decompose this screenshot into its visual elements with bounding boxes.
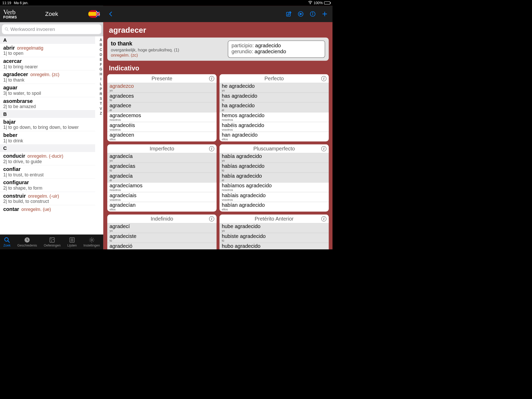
search-field[interactable] [2, 24, 102, 34]
tense-info-icon[interactable]: i [209, 146, 214, 151]
index-letter[interactable]: B [99, 43, 102, 47]
status-bar: 11:19 Ma 6 jan. 100% [0, 0, 332, 6]
index-letter[interactable]: G [99, 67, 102, 71]
conjugation: hubo agradecido [222, 243, 326, 249]
alpha-index[interactable]: ABCDEFGHILPRSTVZ [99, 38, 102, 115]
pronoun: ellos [109, 208, 214, 211]
tab-label: Instellingen [83, 243, 100, 247]
pronoun: yo [109, 89, 214, 92]
tense-box: Imperfectoiagradecíayoagradecíastúagrade… [107, 144, 217, 212]
pronoun: vosotros [109, 128, 214, 131]
sidebar-header: Verb FORMS Zoek [0, 6, 103, 22]
tense-title: Imperfecto [150, 146, 174, 152]
svg-rect-15 [287, 12, 290, 16]
tense-title: Pluscuamperfecto [253, 146, 295, 152]
speaker-icon[interactable] [297, 11, 304, 17]
bottom-tabs: ZoekGeschiedenisOefeningenLijstenInstell… [0, 235, 103, 250]
info-icon[interactable] [309, 11, 316, 17]
index-letter[interactable]: P [100, 87, 102, 91]
pronoun: él [222, 249, 326, 249]
section-header: A [0, 36, 95, 44]
verb-list-item[interactable]: asombrarse2| to be amazed [0, 97, 95, 110]
tense-title: Indefinido [150, 216, 173, 222]
index-letter[interactable]: A [99, 38, 102, 42]
index-letter[interactable]: T [100, 102, 102, 106]
verb-tag: onregelm. (zc) [29, 72, 59, 77]
verb-list-item[interactable]: construir onregelm. (-uir)2| to build, t… [0, 192, 95, 205]
conjugation-row: habías agradecidotú [219, 163, 329, 172]
verb-subtitle: 2| to build, to construct [3, 199, 92, 204]
tab-geschiedenis[interactable]: Geschiedenis [17, 237, 37, 247]
verb-list-item[interactable]: conducir onregelm. (-ducir)2| to drive, … [0, 152, 95, 165]
pronoun: nosotros [222, 189, 326, 191]
verb-list[interactable]: Aabrir onregelmatig1| to openacercar1| t… [0, 36, 103, 235]
conjugation: he agradecido [222, 83, 326, 89]
verb-name: agradecer onregelm. (zc) [3, 71, 92, 77]
pronoun: él [222, 109, 326, 111]
index-letter[interactable]: R [99, 92, 102, 96]
index-letter[interactable]: L [100, 82, 102, 86]
conjugation: ha agradecido [222, 103, 326, 109]
verb-list-item[interactable]: confiar1| to trust, to entrust [0, 165, 95, 178]
verb-list-item[interactable]: acercar1| to bring nearer [0, 57, 95, 70]
pronoun: él [109, 249, 214, 249]
verb-tag: onregelm. (-uir) [27, 194, 59, 198]
back-button[interactable] [108, 11, 114, 17]
conjugation-row: he agradecidoyo [219, 83, 329, 92]
conjugation: agradece [109, 103, 214, 109]
compose-icon[interactable] [285, 11, 292, 17]
verb-name: asombrarse [3, 98, 92, 104]
tense-info-icon[interactable]: i [321, 146, 326, 151]
conjugation: agradecí [109, 224, 214, 229]
tense-info-icon[interactable]: i [209, 76, 214, 81]
verb-name: construir onregelm. (-uir) [3, 193, 92, 199]
verb-name: conducir onregelm. (-ducir) [3, 153, 92, 159]
tense-info-icon[interactable]: i [321, 216, 326, 221]
index-letter[interactable]: S [100, 97, 102, 101]
tense-header: Indefinidoi [107, 215, 217, 223]
verb-subtitle: 2| to be amazed [3, 104, 92, 109]
tense-info-icon[interactable]: i [209, 216, 214, 221]
conjugation-row: agradecistetú [107, 233, 217, 243]
verb-list-item[interactable]: agradecer onregelm. (zc)1| to thank [0, 70, 95, 84]
index-letter[interactable]: I [100, 77, 101, 81]
search-input[interactable] [10, 26, 99, 32]
pronoun: ellos [109, 138, 214, 141]
index-letter[interactable]: C [99, 48, 102, 52]
tab-oefeningen[interactable]: Oefeningen [44, 237, 61, 247]
tab-instellingen[interactable]: Instellingen [83, 237, 100, 247]
pronoun: yo [222, 229, 326, 232]
language-flag[interactable] [88, 10, 100, 18]
pronoun: yo [222, 89, 326, 92]
conjugation-row: hube agradecidoyo [219, 223, 329, 233]
verb-subtitle: 1| to drink [3, 138, 92, 143]
verb-list-item[interactable]: abrir onregelmatig1| to open [0, 44, 95, 57]
conjugation-row: agradeceél [107, 102, 217, 112]
verb-list-item[interactable]: contar onregelm. (ue) [0, 205, 95, 213]
conjugation: has agradecido [222, 93, 326, 99]
index-letter[interactable]: E [100, 58, 102, 62]
tab-label: Lijsten [67, 243, 77, 247]
verb-list-item[interactable]: configurar2| to shape, to form [0, 179, 95, 192]
index-letter[interactable]: V [100, 107, 102, 110]
svg-point-19 [312, 13, 313, 13]
detail-panel: agradecer to thank overgankelijk, hoge g… [103, 6, 333, 250]
tense-info-icon[interactable]: i [321, 76, 326, 81]
tab-lijsten[interactable]: Lijsten [67, 237, 77, 247]
wifi-icon [308, 1, 312, 5]
index-letter[interactable]: F [100, 63, 102, 66]
index-letter[interactable]: H [99, 72, 102, 76]
search-icon [4, 237, 10, 243]
add-icon[interactable] [322, 11, 328, 17]
conjugation-row: habían agradecidoellos [219, 202, 329, 212]
verb-summary: to thank overgankelijk, hoge gebruiksfre… [107, 37, 329, 61]
verb-list-item[interactable]: bajar1| to go down, to bring down, to lo… [0, 118, 95, 131]
verb-list-item[interactable]: aguar3| to water, to spoil [0, 84, 95, 97]
index-letter[interactable]: Z [100, 111, 102, 115]
verb-name: confiar [3, 166, 92, 172]
pronoun: vosotros [222, 198, 326, 201]
index-letter[interactable]: D [99, 53, 102, 57]
tab-zoek[interactable]: Zoek [3, 237, 11, 247]
verb-list-item[interactable]: beber1| to drink [0, 131, 95, 144]
pronoun: él [109, 109, 214, 111]
